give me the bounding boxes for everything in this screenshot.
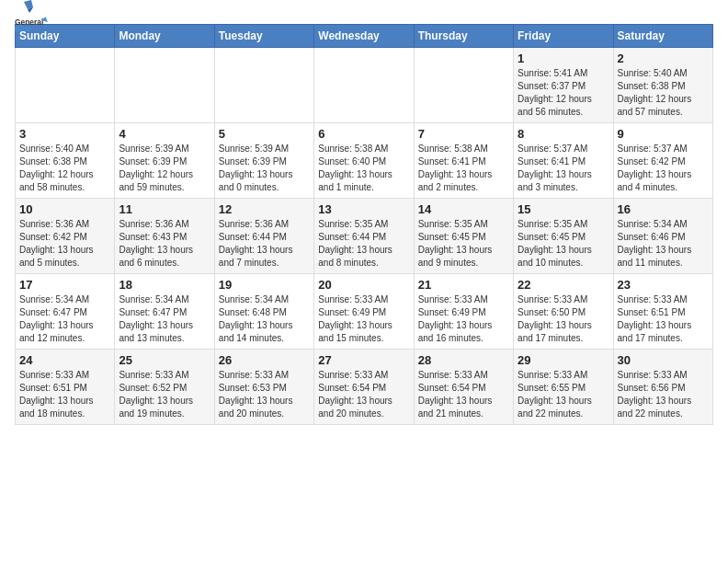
day-number: 4	[119, 127, 210, 141]
cell-content: Sunset: 6:51 PM	[19, 382, 110, 395]
cell-content: Daylight: 13 hours	[618, 244, 709, 257]
cell-content: Sunrise: 5:35 AM	[518, 218, 609, 231]
cell-content: Sunset: 6:49 PM	[418, 306, 509, 319]
calendar-cell: 18Sunrise: 5:34 AMSunset: 6:47 PMDayligh…	[115, 274, 214, 350]
calendar-cell: 17Sunrise: 5:34 AMSunset: 6:47 PMDayligh…	[16, 274, 115, 350]
cell-content: and 18 minutes.	[19, 408, 110, 420]
cell-content: Sunset: 6:43 PM	[119, 231, 210, 244]
day-number: 18	[119, 278, 210, 292]
calendar-cell	[414, 48, 513, 123]
weekday-header-row: SundayMondayTuesdayWednesdayThursdayFrid…	[16, 25, 713, 48]
cell-content: Daylight: 13 hours	[318, 319, 409, 332]
calendar-week-row: 10Sunrise: 5:36 AMSunset: 6:42 PMDayligh…	[16, 199, 713, 274]
day-number: 26	[219, 353, 310, 367]
cell-content: Sunset: 6:48 PM	[219, 306, 310, 319]
day-number: 13	[318, 202, 409, 216]
cell-content: and 11 minutes.	[618, 257, 709, 270]
day-number: 19	[219, 278, 310, 292]
cell-content: Sunrise: 5:33 AM	[119, 369, 210, 382]
cell-content: Daylight: 13 hours	[119, 395, 210, 408]
cell-content: Sunset: 6:56 PM	[618, 382, 709, 395]
calendar-cell: 3Sunrise: 5:40 AMSunset: 6:38 PMDaylight…	[16, 123, 115, 199]
calendar-cell: 12Sunrise: 5:36 AMSunset: 6:44 PMDayligh…	[214, 199, 313, 274]
cell-content: Daylight: 13 hours	[219, 168, 310, 181]
cell-content: Daylight: 12 hours	[119, 168, 210, 181]
cell-content: and 21 minutes.	[418, 408, 509, 420]
cell-content: Sunrise: 5:33 AM	[518, 293, 609, 306]
cell-content: and 15 minutes.	[318, 332, 409, 345]
calendar-cell: 26Sunrise: 5:33 AMSunset: 6:53 PMDayligh…	[214, 350, 313, 425]
cell-content: Daylight: 12 hours	[19, 168, 110, 181]
cell-content: Daylight: 13 hours	[318, 395, 409, 408]
cell-content: Sunset: 6:42 PM	[618, 155, 709, 168]
calendar-cell: 10Sunrise: 5:36 AMSunset: 6:42 PMDayligh…	[16, 199, 115, 274]
cell-content: Sunrise: 5:39 AM	[219, 143, 310, 155]
cell-content: Sunset: 6:37 PM	[518, 80, 609, 93]
day-number: 8	[518, 127, 609, 141]
cell-content: and 22 minutes.	[518, 408, 609, 420]
calendar-body: 1Sunrise: 5:41 AMSunset: 6:37 PMDaylight…	[16, 48, 713, 425]
cell-content: Sunrise: 5:38 AM	[418, 143, 509, 155]
cell-content: Daylight: 12 hours	[518, 93, 609, 106]
cell-content: and 20 minutes.	[318, 408, 409, 420]
cell-content: Sunset: 6:55 PM	[518, 382, 609, 395]
calendar-cell: 30Sunrise: 5:33 AMSunset: 6:56 PMDayligh…	[613, 350, 712, 425]
day-number: 11	[119, 202, 210, 216]
day-number: 5	[219, 127, 310, 141]
day-number: 6	[318, 127, 409, 141]
cell-content: Sunset: 6:47 PM	[119, 306, 210, 319]
cell-content: and 19 minutes.	[119, 408, 210, 420]
day-number: 9	[618, 127, 709, 141]
cell-content: Sunrise: 5:33 AM	[19, 369, 110, 382]
cell-content: Sunrise: 5:33 AM	[318, 293, 409, 306]
calendar-cell: 8Sunrise: 5:37 AMSunset: 6:41 PMDaylight…	[514, 123, 613, 199]
cell-content: and 13 minutes.	[119, 332, 210, 345]
cell-content: Sunrise: 5:33 AM	[318, 369, 409, 382]
calendar-cell: 20Sunrise: 5:33 AMSunset: 6:49 PMDayligh…	[314, 274, 414, 350]
day-number: 20	[318, 278, 409, 292]
cell-content: and 59 minutes.	[119, 181, 210, 194]
cell-content: Sunset: 6:44 PM	[318, 231, 409, 244]
cell-content: and 58 minutes.	[19, 181, 110, 194]
cell-content: Sunset: 6:45 PM	[418, 231, 509, 244]
cell-content: Sunset: 6:40 PM	[318, 155, 409, 168]
cell-content: and 10 minutes.	[518, 257, 609, 270]
cell-content: Daylight: 13 hours	[618, 168, 709, 181]
cell-content: Sunrise: 5:35 AM	[318, 218, 409, 231]
cell-content: and 8 minutes.	[318, 257, 409, 270]
logo-bird-icon	[17, 0, 33, 13]
calendar-week-row: 1Sunrise: 5:41 AMSunset: 6:37 PMDaylight…	[16, 48, 713, 123]
calendar-week-row: 24Sunrise: 5:33 AMSunset: 6:51 PMDayligh…	[16, 350, 713, 425]
calendar-cell: 15Sunrise: 5:35 AMSunset: 6:45 PMDayligh…	[514, 199, 613, 274]
calendar-cell: 11Sunrise: 5:36 AMSunset: 6:43 PMDayligh…	[115, 199, 214, 274]
day-number: 23	[618, 278, 709, 292]
cell-content: Daylight: 13 hours	[318, 168, 409, 181]
day-number: 16	[618, 202, 709, 216]
cell-content: Sunset: 6:49 PM	[318, 306, 409, 319]
cell-content: Sunset: 6:52 PM	[119, 382, 210, 395]
cell-content: Sunset: 6:41 PM	[418, 155, 509, 168]
calendar-cell: 14Sunrise: 5:35 AMSunset: 6:45 PMDayligh…	[414, 199, 513, 274]
cell-content: and 6 minutes.	[119, 257, 210, 270]
cell-content: Daylight: 13 hours	[618, 395, 709, 408]
day-number: 10	[19, 202, 110, 216]
cell-content: and 3 minutes.	[518, 181, 609, 194]
cell-content: Daylight: 13 hours	[418, 395, 509, 408]
day-number: 2	[618, 52, 709, 65]
day-number: 12	[219, 202, 310, 216]
calendar-cell: 6Sunrise: 5:38 AMSunset: 6:40 PMDaylight…	[314, 123, 414, 199]
cell-content: Sunset: 6:44 PM	[219, 231, 310, 244]
cell-content: Sunrise: 5:36 AM	[19, 218, 110, 231]
calendar-week-row: 3Sunrise: 5:40 AMSunset: 6:38 PMDaylight…	[16, 123, 713, 199]
cell-content: Sunset: 6:39 PM	[119, 155, 210, 168]
cell-content: Sunrise: 5:39 AM	[119, 143, 210, 155]
cell-content: Sunrise: 5:33 AM	[219, 369, 310, 382]
cell-content: Daylight: 13 hours	[19, 395, 110, 408]
day-number: 17	[19, 278, 110, 292]
cell-content: Daylight: 13 hours	[518, 244, 609, 257]
cell-content: Sunrise: 5:40 AM	[19, 143, 110, 155]
cell-content: and 17 minutes.	[518, 332, 609, 345]
cell-content: Daylight: 13 hours	[418, 168, 509, 181]
cell-content: Daylight: 13 hours	[518, 168, 609, 181]
calendar-cell: 25Sunrise: 5:33 AMSunset: 6:52 PMDayligh…	[115, 350, 214, 425]
